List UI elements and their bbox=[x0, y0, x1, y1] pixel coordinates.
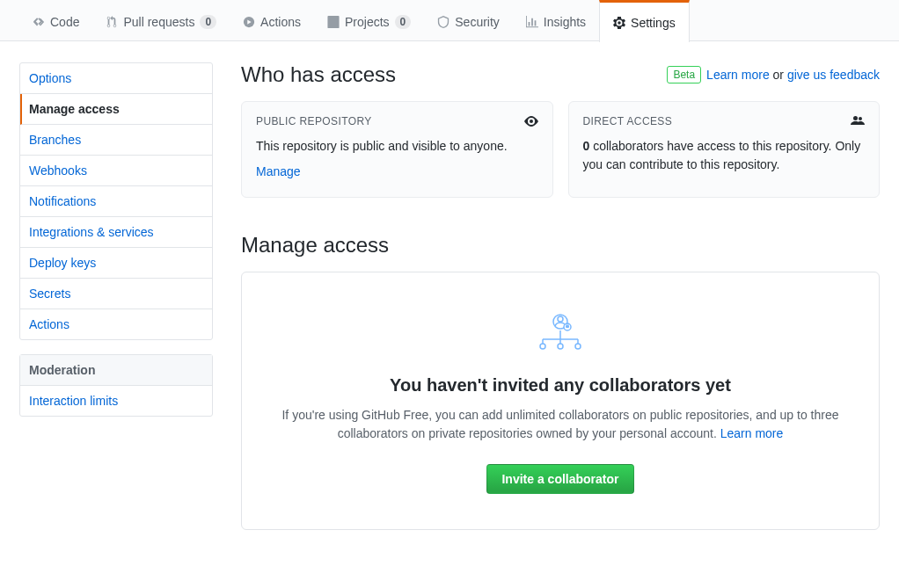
sidebar-item-webhooks[interactable]: Webhooks bbox=[20, 156, 212, 186]
sidebar-item-options[interactable]: Options bbox=[20, 63, 212, 94]
who-has-access-heading: Who has access bbox=[241, 62, 396, 87]
svg-point-5 bbox=[540, 344, 545, 349]
public-repo-card: PUBLIC REPOSITORY This repository is pub… bbox=[241, 101, 553, 198]
beta-badge: Beta bbox=[667, 66, 701, 83]
repo-tabs: Code Pull requests 0 Actions Projects 0 … bbox=[0, 0, 899, 41]
graph-icon bbox=[526, 16, 538, 28]
blankslate-text: If you're using GitHub Free, you can add… bbox=[277, 406, 844, 443]
blankslate-learn-more-link[interactable]: Learn more bbox=[720, 426, 784, 440]
access-section-header: Who has access Beta Learn more or give u… bbox=[241, 62, 880, 87]
feedback-link[interactable]: give us feedback bbox=[787, 68, 880, 82]
tab-code[interactable]: Code bbox=[19, 0, 92, 41]
or-text: or bbox=[770, 68, 787, 82]
invite-collaborator-button[interactable]: Invite a collaborator bbox=[486, 464, 633, 494]
sidebar-item-notifications[interactable]: Notifications bbox=[20, 186, 212, 217]
tab-code-label: Code bbox=[50, 15, 79, 29]
learn-more-link[interactable]: Learn more bbox=[706, 68, 770, 82]
public-repo-text: This repository is public and visible to… bbox=[256, 137, 538, 156]
sidebar-item-branches[interactable]: Branches bbox=[20, 125, 212, 156]
tab-pr-label: Pull requests bbox=[123, 15, 194, 29]
manage-access-heading: Manage access bbox=[241, 233, 880, 258]
svg-point-2 bbox=[558, 316, 563, 322]
tab-settings[interactable]: Settings bbox=[599, 0, 690, 42]
moderation-menu: Moderation Interaction limits bbox=[19, 354, 213, 417]
sidebar-item-interaction-limits[interactable]: Interaction limits bbox=[20, 386, 212, 416]
main-container: Options Manage access Branches Webhooks … bbox=[0, 41, 899, 551]
blankslate-box: You haven't invited any collaborators ye… bbox=[241, 272, 880, 530]
tab-settings-label: Settings bbox=[631, 16, 676, 30]
svg-point-6 bbox=[558, 344, 563, 349]
play-icon bbox=[243, 16, 255, 28]
tab-insights-label: Insights bbox=[544, 15, 586, 29]
settings-menu: Options Manage access Branches Webhooks … bbox=[19, 62, 213, 340]
tab-security[interactable]: Security bbox=[424, 0, 513, 41]
blankslate-title: You haven't invited any collaborators ye… bbox=[277, 375, 844, 396]
tab-pull-requests[interactable]: Pull requests 0 bbox=[92, 0, 230, 41]
people-icon bbox=[851, 114, 865, 128]
tab-projects-label: Projects bbox=[345, 15, 390, 29]
pr-count-badge: 0 bbox=[200, 15, 216, 29]
direct-access-description: collaborators have access to this reposi… bbox=[583, 139, 861, 171]
public-repo-label: PUBLIC REPOSITORY bbox=[256, 115, 372, 127]
tab-actions[interactable]: Actions bbox=[230, 0, 314, 41]
projects-count-badge: 0 bbox=[395, 15, 412, 29]
tab-insights[interactable]: Insights bbox=[513, 0, 599, 41]
tab-actions-label: Actions bbox=[260, 15, 301, 29]
moderation-heading: Moderation bbox=[20, 355, 212, 386]
access-cards: PUBLIC REPOSITORY This repository is pub… bbox=[241, 101, 880, 198]
beta-row: Beta Learn more or give us feedback bbox=[667, 66, 880, 83]
direct-access-card: DIRECT ACCESS 0 collaborators have acces… bbox=[568, 101, 881, 198]
gear-icon bbox=[613, 17, 625, 29]
git-pull-request-icon bbox=[106, 16, 118, 28]
sidebar-item-integrations[interactable]: Integrations & services bbox=[20, 217, 212, 248]
manage-visibility-link[interactable]: Manage bbox=[256, 164, 301, 178]
svg-point-7 bbox=[575, 344, 581, 349]
sidebar-item-deploy-keys[interactable]: Deploy keys bbox=[20, 248, 212, 279]
svg-rect-4 bbox=[566, 325, 569, 328]
sidebar-item-secrets[interactable]: Secrets bbox=[20, 279, 212, 309]
tab-projects[interactable]: Projects 0 bbox=[314, 0, 424, 41]
direct-access-label: DIRECT ACCESS bbox=[583, 115, 673, 127]
main-content: Who has access Beta Learn more or give u… bbox=[241, 62, 880, 530]
eye-icon bbox=[524, 114, 538, 128]
sidebar-item-manage-access[interactable]: Manage access bbox=[20, 94, 212, 125]
settings-sidebar: Options Manage access Branches Webhooks … bbox=[19, 62, 213, 431]
beta-links: Learn more or give us feedback bbox=[706, 68, 880, 82]
direct-access-text: 0 collaborators have access to this repo… bbox=[583, 137, 866, 174]
code-icon bbox=[33, 16, 45, 28]
tab-security-label: Security bbox=[455, 15, 500, 29]
sidebar-item-actions[interactable]: Actions bbox=[20, 309, 212, 339]
shield-icon bbox=[437, 16, 450, 28]
project-icon bbox=[327, 16, 340, 28]
collaborators-graphic-icon bbox=[536, 308, 585, 352]
